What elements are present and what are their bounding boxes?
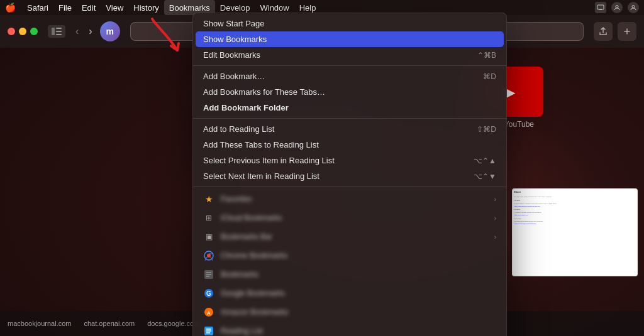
menu-bookmark-chrome[interactable]: Chrome Bookmarks — [193, 246, 506, 265]
menu-label-show-bookmarks: Show Bookmarks — [203, 35, 267, 44]
svg-text:G: G — [206, 290, 211, 297]
menu-shortcut-edit-bookmarks: ⌃⌘B — [477, 51, 496, 60]
maximize-button[interactable] — [30, 28, 38, 35]
bookmark-folder-text: Bookmarks Bar — [221, 232, 488, 241]
menu-shortcut-add-bookmark: ⌘D — [483, 72, 496, 81]
menu-item-select-next-reading[interactable]: Select Next Item in Reading List ⌥⌃▼ — [193, 168, 506, 184]
bookmark-item7-text: Amazon Bookmarks — [221, 308, 496, 317]
tab-macbookjournal[interactable]: macbookjournal.com — [8, 320, 72, 327]
document-preview: Sheet File Edit View Insert Format Data … — [512, 188, 638, 276]
menu-item-add-bookmarks-tabs[interactable]: Add Bookmarks for These Tabs… — [193, 84, 506, 100]
menu-item-show-bookmarks[interactable]: Show Bookmarks — [196, 31, 504, 47]
menu-bookmark-item5[interactable]: Bookmarks — [193, 265, 506, 284]
folder-chevron-icon: › — [494, 234, 496, 241]
tab-chatgpt[interactable]: chat.openai.com — [84, 320, 135, 327]
menu-bookmark-item8[interactable]: Reading List — [193, 322, 506, 336]
close-button[interactable] — [8, 28, 15, 35]
menubar-view[interactable]: View — [101, 0, 128, 15]
svg-text:A: A — [207, 310, 211, 316]
menu-bookmark-folder[interactable]: ▣ Bookmarks Bar › — [193, 227, 506, 246]
menu-label-add-reading-list: Add to Reading List — [203, 124, 274, 134]
user-icon[interactable] — [611, 2, 623, 13]
svg-rect-0 — [597, 5, 604, 9]
menubar-safari[interactable]: Safari — [22, 0, 53, 15]
menu-label-add-bookmark: Add Bookmark… — [203, 72, 265, 81]
menu-label-select-prev-reading: Select Previous Item in Reading List — [203, 156, 335, 165]
traffic-lights — [8, 28, 38, 35]
chrome-icon — [203, 250, 214, 261]
svg-rect-5 — [56, 28, 62, 29]
bookmark-icon-5 — [203, 269, 214, 280]
icloud-chevron-icon: › — [494, 215, 496, 222]
menu-item-show-start-page[interactable]: Show Start Page — [193, 16, 506, 31]
bookmark-item6-text: Google Bookmarks — [221, 289, 496, 298]
svg-point-2 — [616, 6, 618, 8]
menu-bookmark-icloud[interactable]: ⊞ iCloud Bookmarks › — [193, 209, 506, 227]
bookmark-icon-6: G — [203, 288, 214, 299]
screen-share-icon[interactable] — [595, 2, 606, 13]
favorites-icon: ★ — [203, 193, 214, 205]
menu-label-add-bookmarks-tabs: Add Bookmarks for These Tabs… — [203, 87, 325, 97]
tab-googledocs[interactable]: docs.google.com — [147, 320, 199, 327]
menu-bookmark-item6[interactable]: G Google Bookmarks — [193, 284, 506, 303]
bookmark-favorites-text: Favorites — [221, 195, 488, 203]
menu-item-add-reading-list[interactable]: Add to Reading List ⇧⌘D — [193, 121, 506, 137]
menu-label-edit-bookmarks: Edit Bookmarks — [203, 50, 260, 60]
sidebar-toggle-button[interactable] — [48, 25, 65, 38]
menu-label-select-next-reading: Select Next Item in Reading List — [203, 171, 319, 181]
svg-rect-4 — [52, 28, 55, 35]
favorites-chevron-icon: › — [494, 196, 496, 203]
document-content: Sheet File Edit View Insert Format Data … — [513, 189, 638, 276]
menubar-right-icons — [595, 2, 639, 13]
separator-1 — [193, 65, 506, 66]
separator-2 — [193, 118, 506, 119]
tab-favicon: m — [100, 21, 120, 41]
menu-item-add-bookmark-folder[interactable]: Add Bookmark Folder — [193, 100, 506, 116]
menu-bookmark-item7[interactable]: A Amazon Bookmarks — [193, 303, 506, 322]
icloud-icon: ⊞ — [203, 212, 214, 224]
bookmark-item5-text: Bookmarks — [221, 270, 496, 279]
menubar-file[interactable]: File — [53, 0, 77, 15]
menu-label-add-bookmark-folder: Add Bookmark Folder — [203, 103, 289, 112]
menu-label-add-tabs-reading-list: Add These Tabs to Reading List — [203, 140, 319, 149]
menubar-edit[interactable]: Edit — [77, 0, 101, 15]
bookmark-chrome-text: Chrome Bookmarks — [221, 251, 496, 260]
menu-shortcut-select-next-reading: ⌥⌃▼ — [474, 172, 496, 181]
svg-point-3 — [632, 6, 635, 8]
apple-menu[interactable]: 🍎 — [5, 3, 16, 13]
menu-item-add-bookmark[interactable]: Add Bookmark… ⌘D — [193, 68, 506, 84]
menu-item-edit-bookmarks[interactable]: Edit Bookmarks ⌃⌘B — [193, 47, 506, 63]
menu-bookmark-favorites[interactable]: ★ Favorites › — [193, 190, 506, 209]
back-button[interactable]: ‹ — [73, 24, 81, 38]
new-tab-button[interactable] — [618, 22, 636, 41]
bookmark-icloud-text: iCloud Bookmarks — [221, 214, 488, 222]
menu-item-add-tabs-reading-list[interactable]: Add These Tabs to Reading List — [193, 137, 506, 153]
svg-rect-7 — [56, 34, 62, 35]
youtube-label: YouTube — [504, 120, 534, 129]
bookmark-icon-7: A — [203, 306, 214, 318]
account-icon[interactable] — [628, 2, 639, 13]
svg-rect-6 — [56, 31, 62, 32]
folder-icon: ▣ — [203, 231, 214, 242]
forward-button[interactable]: › — [86, 24, 94, 38]
menu-shortcut-add-reading-list: ⇧⌘D — [477, 125, 496, 134]
menu-label-show-start-page: Show Start Page — [203, 19, 265, 28]
menu-shortcut-select-prev-reading: ⌥⌃▲ — [474, 156, 496, 165]
bookmarks-dropdown-menu: Show Start Page Show Bookmarks Edit Book… — [192, 13, 507, 336]
separator-3 — [193, 187, 506, 187]
svg-point-9 — [207, 254, 211, 257]
menubar-history[interactable]: History — [128, 0, 164, 15]
share-button[interactable] — [594, 22, 613, 41]
minimize-button[interactable] — [19, 28, 26, 35]
bookmark-icon-8 — [203, 325, 214, 336]
bookmark-item8-text: Reading List — [221, 327, 496, 335]
menu-item-select-prev-reading[interactable]: Select Previous Item in Reading List ⌥⌃▲ — [193, 153, 506, 168]
